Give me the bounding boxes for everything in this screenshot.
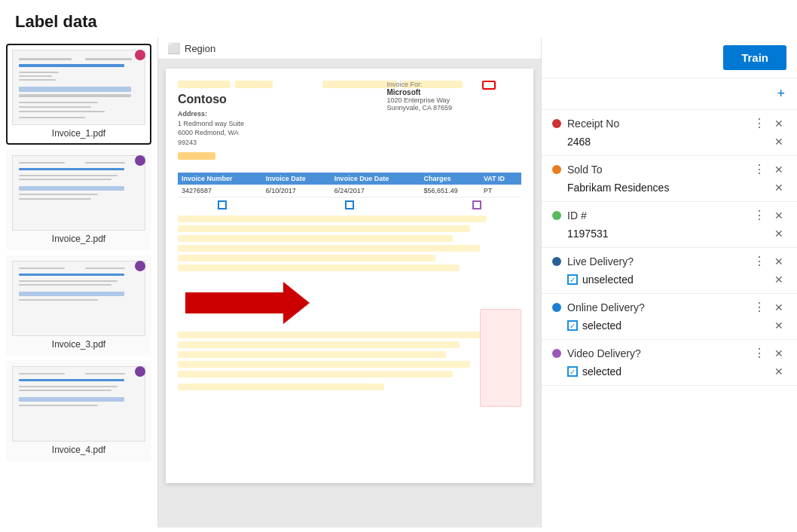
doc1-label: Invoice_1.pdf <box>12 128 145 139</box>
for-address2: Sunnyvale, CA 87659 <box>386 104 452 112</box>
col-invoice-due: Invoice Due Date <box>331 173 420 185</box>
yellow-rows <box>178 216 521 271</box>
close-btn-value-sold-to[interactable]: ✕ <box>771 180 786 195</box>
close-btn-value-receipt-no[interactable]: ✕ <box>771 134 786 149</box>
document-sidebar: Invoice_1.pdf Invoice_2.pdf <box>0 38 158 527</box>
dots-menu-receipt-no[interactable]: ⋮ <box>750 116 768 131</box>
field-name-live-delivery: Live Delivery? <box>567 255 634 268</box>
doc-item-4[interactable]: Invoice_4.pdf <box>6 360 151 461</box>
cell-invoice-date: 6/10/2017 <box>262 185 331 197</box>
doc1-dot <box>135 50 145 60</box>
pink-highlight-area <box>480 309 521 407</box>
page-title: Label data <box>0 0 797 38</box>
field-dot-receipt-no <box>552 119 561 128</box>
close-btn-online-delivery[interactable]: ✕ <box>771 300 786 315</box>
invoice-company: Contoso <box>178 93 244 106</box>
plus-icon: + <box>777 86 785 102</box>
yellow-rows-bottom <box>178 332 521 378</box>
highlight-2 <box>235 81 273 88</box>
field-name-video-delivery: Video Delivery? <box>567 347 641 359</box>
canvas-toolbar: ⬜ Region <box>158 38 541 60</box>
marker-2 <box>345 200 354 209</box>
dots-menu-sold-to[interactable]: ⋮ <box>750 162 768 177</box>
invoice-table: Invoice Number Invoice Date Invoice Due … <box>178 173 521 197</box>
doc4-label: Invoice_4.pdf <box>12 445 145 455</box>
field-name-sold-to: Sold To <box>567 164 602 176</box>
field-value-receipt-no: 2468 <box>567 136 591 148</box>
right-panel: Train + Receipt No ⋮ ✕ <box>541 38 797 527</box>
red-border-highlight <box>482 81 496 90</box>
dots-menu-live-delivery[interactable]: ⋮ <box>750 254 768 269</box>
doc2-dot <box>135 155 145 166</box>
checkbox-icon-video-delivery: ✓ <box>567 366 578 377</box>
dots-menu-id-hash[interactable]: ⋮ <box>750 208 768 223</box>
field-value-live-delivery: ✓ unselected <box>567 274 634 286</box>
for-address1: 1020 Enterprise Way <box>386 96 452 104</box>
field-value-id-hash: 1197531 <box>567 228 609 240</box>
dots-menu-online-delivery[interactable]: ⋮ <box>750 300 768 315</box>
doc-item-2[interactable]: Invoice_2.pdf <box>6 149 151 250</box>
right-panel-header: Train <box>542 38 797 78</box>
field-name-id-hash: ID # <box>567 209 587 222</box>
close-btn-receipt-no[interactable]: ✕ <box>771 116 786 131</box>
col-charges: Charges <box>420 173 480 185</box>
field-name-online-delivery: Online Delivery? <box>567 301 645 313</box>
close-btn-value-id-hash[interactable]: ✕ <box>771 226 786 241</box>
field-value-sold-to: Fabrikam Residences <box>567 182 669 194</box>
close-btn-sold-to[interactable]: ✕ <box>771 162 786 177</box>
dots-menu-video-delivery[interactable]: ⋮ <box>750 346 768 361</box>
field-receipt-no: Receipt No ⋮ ✕ 2468 ✕ <box>542 110 797 156</box>
address-line3: 99243 <box>178 138 244 148</box>
region-label: Region <box>185 43 215 54</box>
doc2-label: Invoice_2.pdf <box>12 234 145 244</box>
col-invoice-date: Invoice Date <box>262 173 331 185</box>
field-video-delivery: Video Delivery? ⋮ ✕ ✓ selected ✕ <box>542 340 797 386</box>
checkbox-markers <box>178 200 521 209</box>
col-invoice-number: Invoice Number <box>178 173 262 185</box>
doc3-label: Invoice_3.pdf <box>12 339 145 350</box>
bottom-yellow-row <box>178 384 384 390</box>
doc-item-3[interactable]: Invoice_3.pdf <box>6 255 151 356</box>
address-line2: 6000 Redmond, WA <box>178 128 244 138</box>
col-vat-id: VAT ID <box>480 173 521 185</box>
field-value-online-delivery: ✓ selected <box>567 320 621 332</box>
arrow-head <box>283 282 310 324</box>
canvas-area: ⬜ Region Contoso Address: 1 Redmond way … <box>158 38 541 527</box>
close-btn-value-video-delivery[interactable]: ✕ <box>771 364 786 379</box>
doc4-dot <box>135 366 145 377</box>
close-btn-video-delivery[interactable]: ✕ <box>771 346 786 361</box>
address-line1: 1 Redmond way Suite <box>178 119 244 129</box>
field-online-delivery: Online Delivery? ⋮ ✕ ✓ selected ✕ <box>542 294 797 340</box>
field-dot-id-hash <box>552 211 561 220</box>
fields-list: + Receipt No ⋮ ✕ 2468 ✕ <box>542 78 797 527</box>
field-dot-video-delivery <box>552 349 561 358</box>
field-sold-to: Sold To ⋮ ✕ Fabrikam Residences ✕ <box>542 156 797 202</box>
invoice-document: Contoso Address: 1 Redmond way Suite 600… <box>166 69 533 483</box>
checkbox-icon-live-delivery: ✓ <box>567 274 578 285</box>
checkbox-icon-online-delivery: ✓ <box>567 320 578 331</box>
field-value-video-delivery: ✓ selected <box>567 365 621 378</box>
for-label: Invoice For: <box>386 81 452 88</box>
close-btn-id-hash[interactable]: ✕ <box>771 208 786 223</box>
address-label: Address: <box>178 110 207 118</box>
close-btn-value-online-delivery[interactable]: ✕ <box>771 318 786 333</box>
marker-1 <box>218 200 227 209</box>
cell-invoice-number: 34276587 <box>178 185 262 197</box>
address-highlight <box>178 152 215 160</box>
region-icon: ⬜ <box>167 42 180 54</box>
field-dot-live-delivery <box>552 257 561 266</box>
cell-vat-id: PT <box>480 185 521 197</box>
red-arrow-container <box>185 282 521 324</box>
field-name-receipt-no: Receipt No <box>567 118 619 130</box>
doc3-dot <box>135 261 145 271</box>
highlight-1 <box>178 81 231 88</box>
train-button[interactable]: Train <box>723 45 786 70</box>
cell-charges: $56,651.49 <box>420 185 480 197</box>
field-id-hash: ID # ⋮ ✕ 1197531 ✕ <box>542 202 797 248</box>
close-btn-live-delivery[interactable]: ✕ <box>771 254 786 269</box>
close-btn-value-live-delivery[interactable]: ✕ <box>771 272 786 287</box>
doc-item-1[interactable]: Invoice_1.pdf <box>6 44 151 145</box>
for-name: Microsoft <box>386 88 452 96</box>
add-field-button[interactable]: + <box>542 78 797 110</box>
field-dot-sold-to <box>552 165 561 174</box>
